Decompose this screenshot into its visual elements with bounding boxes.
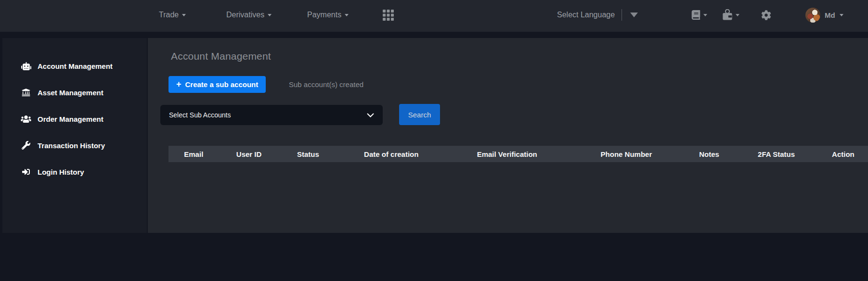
- grid-apps-icon: [383, 10, 394, 21]
- triangle-down-icon: [630, 13, 638, 17]
- table-header-row: Email User ID Status Date of creation Em…: [168, 146, 868, 162]
- create-sub-account-label: Create a sub account: [185, 80, 259, 89]
- caret-down-icon: [345, 14, 349, 16]
- book-icon: [691, 10, 700, 20]
- nav-payments-label: Payments: [307, 11, 341, 19]
- col-user-id: User ID: [219, 146, 279, 162]
- select-value: Select Sub Accounts: [169, 111, 231, 119]
- col-email-verification: Email Verification: [445, 146, 569, 162]
- robot-icon: [21, 62, 31, 70]
- caret-down-icon: [268, 14, 272, 16]
- col-2fa-status: 2FA Status: [734, 146, 818, 162]
- caret-down-icon: [736, 14, 739, 16]
- col-action: Action: [818, 146, 868, 162]
- sidebar-item-transaction-history[interactable]: Transaction History: [21, 138, 105, 153]
- sub-accounts-created-text: Sub account(s) created: [289, 76, 363, 93]
- nav-trade-label: Trade: [159, 11, 179, 19]
- create-sub-account-button[interactable]: + Create a sub account: [168, 76, 266, 93]
- users-icon: [21, 115, 31, 123]
- wallet-icon: [722, 9, 733, 21]
- nav-payments[interactable]: Payments: [307, 0, 349, 30]
- plus-icon: +: [176, 80, 181, 89]
- gear-icon: [761, 10, 771, 20]
- chevron-down-icon: [367, 113, 374, 117]
- wallet-button[interactable]: [722, 0, 739, 30]
- nav-derivatives[interactable]: Derivatives: [226, 0, 272, 30]
- caret-down-icon: [182, 14, 186, 16]
- sidebar-item-label: Login History: [38, 168, 84, 176]
- sidebar-item-account-management[interactable]: Account Management: [21, 59, 113, 73]
- divider: [622, 9, 622, 21]
- username: Md: [825, 11, 835, 19]
- user-menu[interactable]: Md: [805, 0, 843, 30]
- sidebar-item-label: Order Management: [38, 115, 104, 123]
- col-date-of-creation: Date of creation: [337, 146, 445, 162]
- sidebar-item-label: Account Management: [38, 62, 113, 70]
- page-title: Account Management: [171, 51, 271, 62]
- apps-grid-button[interactable]: [383, 0, 394, 30]
- sub-accounts-table: Email User ID Status Date of creation Em…: [168, 146, 868, 162]
- settings-button[interactable]: [761, 0, 771, 30]
- col-status: Status: [279, 146, 337, 162]
- search-button[interactable]: Search: [399, 104, 440, 125]
- sidebar-item-label: Asset Management: [38, 89, 104, 97]
- sidebar-item-login-history[interactable]: Login History: [21, 165, 84, 179]
- sign-in-icon: [21, 168, 31, 176]
- language-selector-label: Select Language: [557, 11, 615, 19]
- wrench-icon: [21, 141, 31, 150]
- page: Trade Derivatives Payments Select Langua…: [0, 0, 868, 281]
- col-notes: Notes: [684, 146, 735, 162]
- caret-down-icon: [703, 14, 707, 16]
- language-selector[interactable]: Select Language: [557, 0, 638, 30]
- nav-derivatives-label: Derivatives: [226, 11, 264, 19]
- sidebar-item-label: Transaction History: [38, 141, 105, 150]
- avatar: [805, 8, 820, 23]
- order-book-button[interactable]: [691, 0, 707, 30]
- sidebar: Account Management Asset Management Orde…: [2, 38, 147, 233]
- col-phone-number: Phone Number: [569, 146, 684, 162]
- nav-trade[interactable]: Trade: [159, 0, 186, 30]
- sidebar-item-order-management[interactable]: Order Management: [21, 112, 104, 126]
- bank-icon: [21, 88, 31, 97]
- sub-accounts-select[interactable]: Select Sub Accounts: [160, 105, 383, 125]
- sidebar-item-asset-management[interactable]: Asset Management: [21, 85, 104, 100]
- col-email: Email: [168, 146, 219, 162]
- caret-down-icon: [840, 14, 843, 16]
- topbar: Trade Derivatives Payments Select Langua…: [0, 0, 868, 32]
- main-panel: Account Management + Create a sub accoun…: [148, 38, 868, 233]
